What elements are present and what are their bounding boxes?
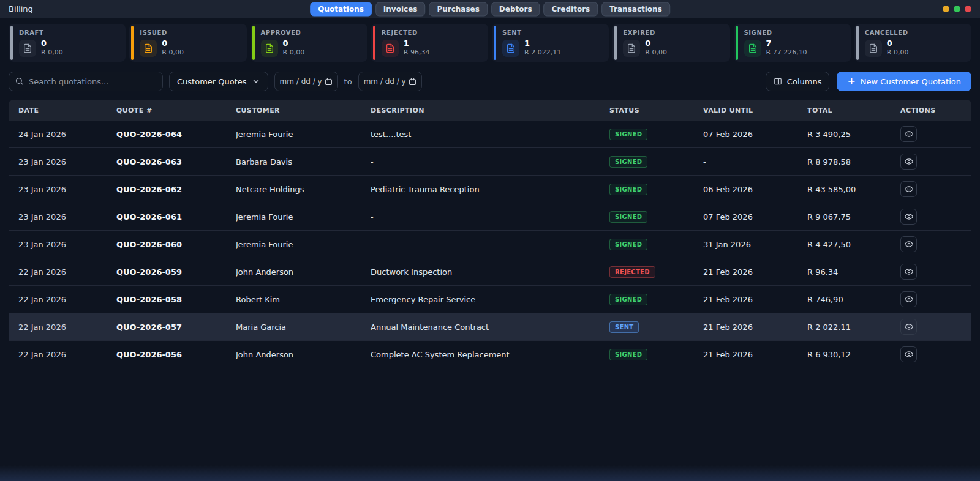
document-icon xyxy=(502,40,519,57)
view-quote-button[interactable] xyxy=(900,209,917,225)
card-amount: R 0,00 xyxy=(887,48,909,57)
summary-card[interactable]: SENT 1 R 2 022,11 xyxy=(492,24,609,62)
cell-description: Pediatric Trauma Reception xyxy=(371,185,609,194)
table-row[interactable]: 22 Jan 2026 QUO-2026-059 John Anderson D… xyxy=(9,258,971,286)
nav-tab[interactable]: Purchases xyxy=(429,2,487,16)
cell-date: 22 Jan 2026 xyxy=(18,295,116,304)
cell-valid-until: 21 Feb 2026 xyxy=(703,323,807,332)
table-row[interactable]: 24 Jan 2026 QUO-2026-064 Jeremia Fourie … xyxy=(9,121,971,148)
cell-date: 23 Jan 2026 xyxy=(18,157,116,166)
card-accent-bar xyxy=(252,26,255,60)
card-status-label: SIGNED xyxy=(744,29,845,36)
card-body: 0 R 0,00 xyxy=(865,39,965,57)
columns-button[interactable]: Columns xyxy=(766,72,830,91)
page-title: Billing xyxy=(9,4,33,13)
cell-actions xyxy=(900,154,971,170)
header-description: DESCRIPTION xyxy=(371,106,609,114)
cell-total: R 9 067,75 xyxy=(807,212,900,222)
nav-tab[interactable]: Quotations xyxy=(310,2,372,16)
view-quote-button[interactable] xyxy=(900,264,917,280)
card-count: 7 xyxy=(766,39,807,48)
view-quote-button[interactable] xyxy=(900,319,917,335)
summary-card[interactable]: SIGNED 7 R 77 226,10 xyxy=(734,24,851,62)
header-actions: ACTIONS xyxy=(900,106,971,114)
card-amount: R 0,00 xyxy=(645,48,667,57)
summary-card[interactable]: EXPIRED 0 R 0,00 xyxy=(612,24,729,62)
card-count: 0 xyxy=(283,39,305,48)
cell-quote-number: QUO-2026-059 xyxy=(116,267,236,277)
search-icon xyxy=(15,76,24,86)
status-badge: SIGNED xyxy=(609,156,647,168)
cell-status: REJECTED xyxy=(609,266,703,278)
cell-date: 23 Jan 2026 xyxy=(18,185,116,194)
nav-tab[interactable]: Invoices xyxy=(375,2,426,16)
table-row[interactable]: 22 Jan 2026 QUO-2026-058 Robert Kim Emer… xyxy=(9,286,971,313)
summary-card[interactable]: CANCELLED 0 R 0,00 xyxy=(854,24,971,62)
eye-icon xyxy=(905,185,913,193)
date-from-input[interactable]: mm / dd / yyyy xyxy=(274,72,338,91)
summary-card[interactable]: REJECTED 1 R 96,34 xyxy=(371,24,488,62)
new-customer-quotation-button[interactable]: + New Customer Quotation xyxy=(837,72,971,91)
cell-valid-until: - xyxy=(703,157,807,166)
cell-valid-until: 21 Feb 2026 xyxy=(703,350,807,359)
cell-actions xyxy=(900,264,971,280)
cell-actions xyxy=(900,291,971,307)
cell-status: SIGNED xyxy=(609,239,703,250)
chevron-down-icon xyxy=(252,77,260,86)
quote-type-selected-label: Customer Quotes xyxy=(177,77,247,86)
table-row[interactable]: 23 Jan 2026 QUO-2026-060 Jeremia Fourie … xyxy=(9,231,971,258)
table-row[interactable]: 23 Jan 2026 QUO-2026-063 Barbara Davis -… xyxy=(9,148,971,176)
card-numbers: 0 R 0,00 xyxy=(41,39,63,57)
card-status-label: DRAFT xyxy=(19,29,119,36)
cell-date: 22 Jan 2026 xyxy=(18,350,116,359)
table-row[interactable]: 23 Jan 2026 QUO-2026-062 Netcare Holding… xyxy=(9,176,971,203)
search-input[interactable] xyxy=(9,72,163,91)
cell-total: R 96,34 xyxy=(807,267,900,277)
card-body: 0 R 0,00 xyxy=(623,39,723,57)
view-quote-button[interactable] xyxy=(900,181,917,197)
card-status-label: REJECTED xyxy=(382,29,482,36)
cell-status: SIGNED xyxy=(609,349,703,360)
card-accent-bar xyxy=(736,26,738,60)
table-row[interactable]: 22 Jan 2026 QUO-2026-056 John Anderson C… xyxy=(9,341,971,368)
card-status-label: ISSUED xyxy=(140,29,240,36)
nav-tab[interactable]: Debtors xyxy=(491,2,540,16)
table-row[interactable]: 23 Jan 2026 QUO-2026-061 Jeremia Fourie … xyxy=(9,203,971,231)
cell-actions xyxy=(900,181,971,197)
cell-quote-number: QUO-2026-057 xyxy=(116,323,236,332)
status-badge: SIGNED xyxy=(609,349,647,360)
cell-quote-number: QUO-2026-060 xyxy=(116,240,236,249)
card-count: 0 xyxy=(645,39,667,48)
date-to-input[interactable]: mm / dd / yyyy xyxy=(358,72,422,91)
table-row[interactable]: 22 Jan 2026 QUO-2026-057 Maria Garcia An… xyxy=(9,313,971,341)
card-count: 1 xyxy=(524,39,561,48)
minimize-light[interactable] xyxy=(943,6,949,12)
view-quote-button[interactable] xyxy=(900,154,917,170)
cell-date: 23 Jan 2026 xyxy=(18,240,116,249)
maximize-light[interactable] xyxy=(954,6,960,12)
eye-icon xyxy=(905,350,913,359)
view-quote-button[interactable] xyxy=(900,236,917,252)
quote-type-select[interactable]: Customer Quotes xyxy=(169,72,268,91)
summary-card[interactable]: ISSUED 0 R 0,00 xyxy=(129,24,246,62)
nav-tab[interactable]: Transactions xyxy=(601,2,670,16)
card-numbers: 1 R 96,34 xyxy=(404,39,430,57)
cell-status: SIGNED xyxy=(609,294,703,305)
cell-customer: Jeremia Fourie xyxy=(236,130,371,139)
view-quote-button[interactable] xyxy=(900,126,917,142)
summary-card[interactable]: APPROVED 0 R 0,00 xyxy=(251,24,368,62)
cell-total: R 2 022,11 xyxy=(807,323,900,332)
card-amount: R 77 226,10 xyxy=(766,48,807,57)
close-light[interactable] xyxy=(965,6,971,12)
cell-quote-number: QUO-2026-062 xyxy=(116,185,236,194)
date-from-placeholder: mm / dd / yyyy xyxy=(280,77,322,86)
nav-tab[interactable]: Creditors xyxy=(544,2,598,16)
view-quote-button[interactable] xyxy=(900,346,917,362)
view-quote-button[interactable] xyxy=(900,291,917,307)
header-status: STATUS xyxy=(609,106,703,114)
summary-card[interactable]: DRAFT 0 R 0,00 xyxy=(9,24,126,62)
card-count: 1 xyxy=(404,39,430,48)
window-controls xyxy=(943,6,971,12)
cell-total: R 4 427,50 xyxy=(807,240,900,249)
cell-date: 22 Jan 2026 xyxy=(18,267,116,277)
